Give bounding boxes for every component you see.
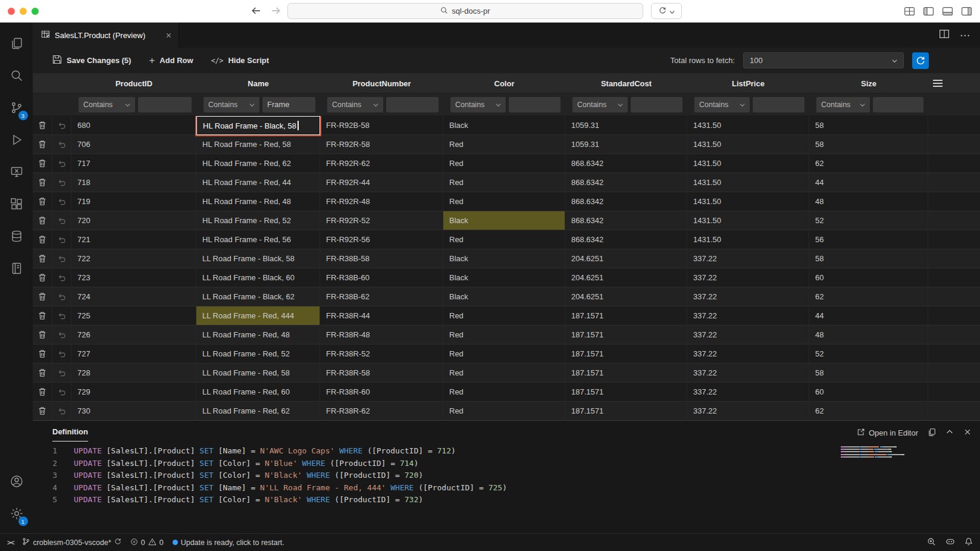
cell-cost[interactable]: 187.1571	[565, 306, 687, 325]
cell-id[interactable]: 730	[71, 402, 196, 420]
cell-name[interactable]: LL Road Frame - Black, 62	[196, 287, 320, 306]
undo-row-button[interactable]	[52, 192, 71, 211]
cell-cost[interactable]: 1059.31	[565, 116, 687, 135]
cell-size[interactable]: 58	[809, 249, 928, 268]
toggle-sidebar-icon[interactable]	[923, 7, 934, 18]
cell-price[interactable]: 1431.50	[687, 230, 809, 249]
minimize-window-button[interactable]	[20, 8, 27, 15]
cell-size[interactable]: 62	[809, 154, 928, 173]
delete-row-button[interactable]	[33, 192, 52, 211]
delete-row-button[interactable]	[33, 306, 52, 325]
close-panel-icon[interactable]	[963, 428, 972, 438]
cell-price[interactable]: 337.22	[687, 287, 809, 306]
cell-id[interactable]: 718	[71, 173, 196, 192]
filter-input-productid[interactable]	[138, 97, 192, 112]
cell-price[interactable]: 1431.50	[687, 211, 809, 230]
problems-item[interactable]: 0 0	[130, 538, 164, 547]
hide-script-button[interactable]: </> Hide Script	[211, 56, 269, 65]
cell-price[interactable]: 1431.50	[687, 173, 809, 192]
add-row-button[interactable]: + Add Row	[149, 55, 193, 67]
cell-size[interactable]: 62	[809, 402, 928, 420]
cell-size[interactable]: 48	[809, 325, 928, 345]
copy-icon[interactable]	[928, 428, 936, 438]
cell-name[interactable]: LL Road Frame - Black, 58	[196, 249, 320, 268]
cell-id[interactable]: 725	[71, 306, 196, 325]
cell-number[interactable]: FR-R38R-60	[320, 383, 443, 402]
cell-size[interactable]: 62	[809, 287, 928, 306]
cell-price[interactable]: 337.22	[687, 345, 809, 364]
zoom-in-icon[interactable]	[927, 537, 936, 548]
update-ready-item[interactable]: Update is ready, click to restart.	[173, 539, 284, 547]
cell-size[interactable]: 44	[809, 306, 928, 325]
cell-cost[interactable]: 868.6342	[565, 211, 687, 230]
cell-cost[interactable]: 204.6251	[565, 287, 687, 306]
cell-name[interactable]: HL Road Frame - Red, 58	[196, 135, 320, 154]
filter-operator-dropdown[interactable]: Contains	[327, 97, 383, 112]
close-tab-icon[interactable]	[165, 32, 173, 39]
cell-color[interactable]: Red	[443, 230, 565, 249]
column-header-color[interactable]: Color	[443, 74, 565, 93]
cell-number[interactable]: FR-R38R-48	[320, 325, 443, 345]
sql-script-editor[interactable]: 1UPDATE [SalesLT].[Product] SET [Name] =…	[33, 442, 980, 533]
save-changes-button[interactable]: Save Changes (5)	[52, 55, 131, 66]
cell-id[interactable]: 724	[71, 287, 196, 306]
undo-row-button[interactable]	[52, 383, 71, 402]
cell-name[interactable]: HL Road Frame - Red, 44	[196, 173, 320, 192]
undo-row-button[interactable]	[52, 116, 71, 135]
cell-price[interactable]: 337.22	[687, 306, 809, 325]
cell-price[interactable]: 1431.50	[687, 116, 809, 135]
toggle-panel-icon[interactable]	[943, 7, 953, 18]
undo-row-button[interactable]	[52, 402, 71, 420]
delete-row-button[interactable]	[33, 402, 52, 420]
cell-id[interactable]: 706	[71, 135, 196, 154]
cell-name[interactable]: LL Road Frame - Red, 60	[196, 383, 320, 402]
cell-cost[interactable]: 187.1571	[565, 383, 687, 402]
filter-operator-dropdown[interactable]: Contains	[450, 97, 506, 112]
chevron-up-icon[interactable]	[945, 428, 954, 438]
filter-operator-dropdown[interactable]: Contains	[203, 97, 259, 112]
delete-row-button[interactable]	[33, 383, 52, 402]
cell-color[interactable]: Red	[443, 192, 565, 211]
delete-row-button[interactable]	[33, 211, 52, 230]
cell-cost[interactable]: 1059.31	[565, 135, 687, 154]
notebook-icon[interactable]	[2, 252, 31, 284]
cell-size[interactable]: 56	[809, 230, 928, 249]
cell-price[interactable]: 1431.50	[687, 135, 809, 154]
cell-id[interactable]: 727	[71, 345, 196, 364]
cell-name[interactable]: HL Road Frame - Red, 48	[196, 192, 320, 211]
cell-number[interactable]: FR-R38B-58	[320, 249, 443, 268]
delete-row-button[interactable]	[33, 325, 52, 345]
delete-row-button[interactable]	[33, 345, 52, 364]
cell-cost[interactable]: 204.6251	[565, 268, 687, 287]
cell-cost[interactable]: 187.1571	[565, 345, 687, 364]
undo-row-button[interactable]	[52, 306, 71, 325]
cell-id[interactable]: 720	[71, 211, 196, 230]
cell-id[interactable]: 729	[71, 383, 196, 402]
cell-color[interactable]: Red	[443, 306, 565, 325]
cell-cost[interactable]: 187.1571	[565, 402, 687, 420]
undo-row-button[interactable]	[52, 173, 71, 192]
delete-row-button[interactable]	[33, 230, 52, 249]
cell-id[interactable]: 721	[71, 230, 196, 249]
cell-cost[interactable]: 187.1571	[565, 364, 687, 383]
explorer-icon[interactable]	[2, 27, 31, 60]
cell-cost[interactable]: 868.6342	[565, 192, 687, 211]
undo-row-button[interactable]	[52, 325, 71, 345]
cell-number[interactable]: FR-R92R-56	[320, 230, 443, 249]
cell-cost[interactable]: 868.6342	[565, 173, 687, 192]
split-editor-icon[interactable]	[940, 30, 949, 40]
cell-size[interactable]: 60	[809, 383, 928, 402]
filter-operator-dropdown[interactable]: Contains	[816, 97, 870, 112]
cell-color[interactable]: Red	[443, 402, 565, 420]
remote-indicator[interactable]: ><	[7, 539, 13, 547]
cell-number[interactable]: FR-R92R-44	[320, 173, 443, 192]
close-window-button[interactable]	[8, 8, 15, 15]
search-icon[interactable]	[2, 60, 31, 92]
back-icon[interactable]	[250, 5, 262, 17]
cell-color[interactable]: Red	[443, 325, 565, 345]
delete-row-button[interactable]	[33, 116, 52, 135]
cell-color[interactable]: Black	[443, 116, 565, 135]
cell-number[interactable]: FR-R38B-60	[320, 268, 443, 287]
cell-color[interactable]: Red	[443, 345, 565, 364]
delete-row-button[interactable]	[33, 173, 52, 192]
